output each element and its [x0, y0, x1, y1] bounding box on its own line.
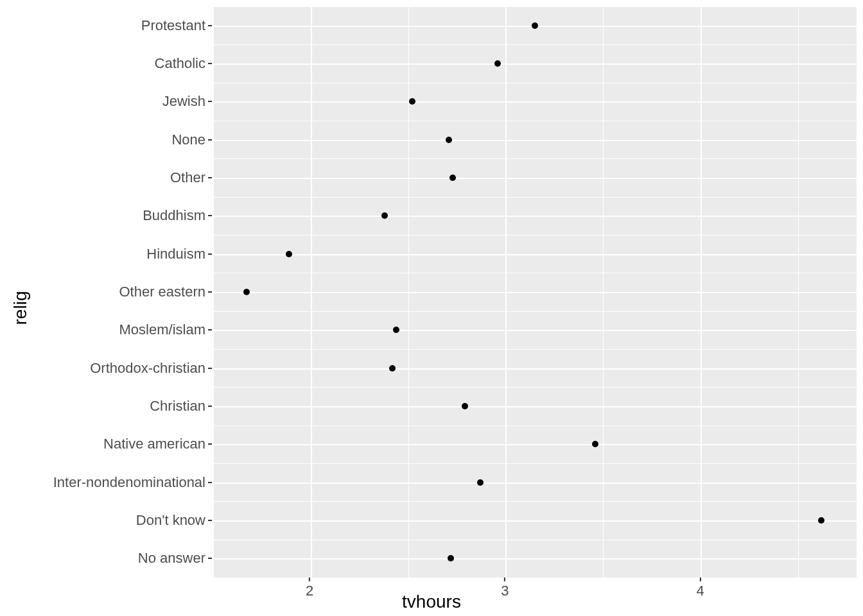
y-ticks: ProtestantCatholicJewishNoneOtherBuddhis…	[39, 6, 213, 578]
data-point	[448, 555, 454, 561]
y-axis-label: relig	[10, 291, 31, 325]
y-tick-label: Orthodox-christian	[90, 360, 212, 377]
grid-line	[213, 64, 857, 65]
grid-line	[213, 387, 857, 388]
x-ticks: 234	[212, 578, 857, 594]
chart-figure: relig tvhours ProtestantCatholicJewishNo…	[0, 0, 863, 616]
plot-row: ProtestantCatholicJewishNoneOtherBuddhis…	[39, 6, 857, 578]
grid-line	[213, 158, 857, 159]
grid-line	[213, 273, 857, 273]
grid-line	[213, 483, 857, 484]
grid-line	[213, 540, 857, 540]
grid-line	[213, 140, 857, 141]
grid-line	[213, 406, 857, 407]
grid-line	[213, 311, 857, 312]
x-axis-label: tvhours	[402, 592, 461, 612]
grid-line	[213, 6, 857, 7]
grid-line	[213, 558, 857, 560]
y-tick-label: Native american	[103, 436, 212, 452]
data-point	[393, 327, 399, 333]
data-point	[409, 98, 415, 105]
grid-line	[213, 121, 857, 121]
grid-line	[213, 349, 857, 350]
y-tick-label: Christian	[150, 398, 212, 415]
data-point	[532, 22, 538, 29]
grid-line	[213, 6, 214, 578]
grid-line	[408, 6, 409, 578]
grid-line	[213, 425, 857, 426]
grid-line	[213, 216, 857, 217]
y-tick-label: None	[171, 132, 212, 148]
grid-line	[213, 368, 857, 370]
y-tick-label: No answer	[138, 550, 212, 567]
data-point	[389, 365, 396, 372]
y-tick-label: Catholic	[155, 55, 212, 72]
grid-line	[213, 101, 857, 103]
x-tick-label: 3	[501, 578, 509, 599]
grid-line	[213, 235, 857, 235]
grid-line	[213, 292, 857, 293]
grid-line	[213, 44, 857, 45]
grid-line	[213, 83, 857, 83]
plot-panel	[213, 6, 857, 578]
grid-line	[213, 197, 857, 198]
y-tick-label: Buddhism	[143, 207, 212, 224]
grid-line	[798, 6, 799, 578]
data-point	[462, 403, 468, 409]
data-point	[818, 517, 824, 524]
data-point	[449, 175, 456, 181]
y-tick-label: Protestant	[141, 17, 212, 34]
x-tick-label: 4	[696, 578, 704, 599]
grid-line	[213, 463, 857, 464]
data-point	[494, 60, 501, 67]
data-point	[446, 137, 452, 143]
y-tick-label: Other eastern	[119, 284, 212, 300]
grid-line	[311, 6, 312, 578]
y-tick-label: Inter-nondenominational	[53, 474, 212, 491]
data-point	[592, 441, 598, 447]
y-tick-label: Jewish	[162, 93, 212, 110]
y-tick-label: Don't know	[136, 512, 212, 529]
y-tick-label: Moslem/islam	[119, 321, 212, 338]
grid-line	[701, 6, 702, 578]
grid-line	[603, 6, 604, 578]
grid-line	[505, 6, 507, 578]
grid-line	[213, 501, 857, 502]
data-point	[243, 289, 250, 295]
y-tick-label: Other	[170, 169, 212, 186]
grid-line	[213, 520, 857, 522]
y-tick-label: Hinduism	[146, 246, 212, 262]
data-point	[381, 212, 388, 219]
x-tick-label: 2	[306, 578, 313, 599]
grid-line	[213, 330, 857, 331]
grid-line	[213, 178, 857, 179]
grid-line	[213, 444, 857, 445]
grid-line	[213, 254, 857, 255]
data-point	[477, 479, 484, 486]
data-point	[286, 251, 292, 257]
